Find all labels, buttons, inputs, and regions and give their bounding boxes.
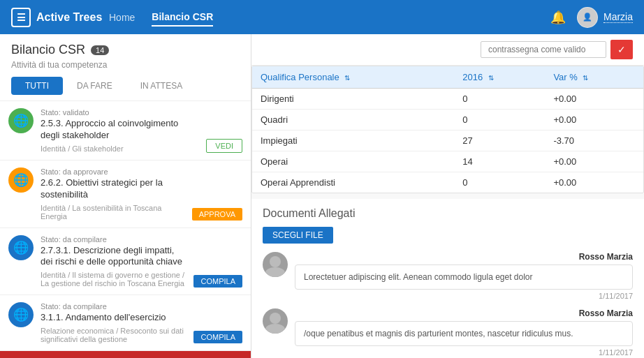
svg-point-1 <box>265 267 285 277</box>
card-action: APPROVA <box>192 208 242 221</box>
cell-2016: 27 <box>454 130 545 151</box>
cell-qualifica: Dirigenti <box>252 89 454 110</box>
card-list: 🌐 Stato: validato 2.5.3. Approccio al co… <box>0 101 251 358</box>
cell-var: +0.00 <box>545 89 643 110</box>
svg-point-3 <box>265 324 285 334</box>
svg-point-0 <box>270 256 281 267</box>
left-panel: Bilancio CSR 14 Attività di tua competen… <box>0 34 251 358</box>
card-body: Stato: validato 2.5.3. Approccio al coin… <box>41 108 199 153</box>
logo[interactable]: ☰ Active Trees <box>11 8 109 27</box>
comment-item: Rosso Marzia Lorectetuer adipiscing elit… <box>263 252 633 300</box>
card-status: Stato: da compilare <box>41 235 186 244</box>
vedi-button[interactable]: VEDI <box>206 139 242 153</box>
contrassegna-button[interactable]: ✓ <box>610 40 633 59</box>
table-row: Quadri 0 +0.00 <box>252 110 643 130</box>
card-icon-globe: 🌐 <box>8 167 34 193</box>
table-area: Qualifica Personale ⇅ 2016 ⇅ Var % ⇅ <box>251 66 644 193</box>
left-subtitle: Attività di tua competenza <box>11 60 240 70</box>
card-path: Identità / Gli stakeholder <box>41 144 199 153</box>
bell-icon[interactable]: 🔔 <box>550 10 566 25</box>
card-item-selected[interactable]: 🌐 Stato: da validare 3.1.2.1. [ECON7/C] … <box>0 351 251 358</box>
main-content: Bilancio CSR 14 Attività di tua competen… <box>0 34 644 358</box>
comment-author: Rosso Marzia <box>579 252 633 262</box>
main-nav: Home Bilancio CSR <box>109 8 550 27</box>
card-status: Stato: da approvare <box>41 167 185 176</box>
comment-content: Rosso Marzia /oque penatibus et magnis d… <box>295 308 633 357</box>
cell-2016: 0 <box>454 172 545 193</box>
table-row: Operai 14 +0.00 <box>252 151 643 172</box>
card-icon-globe: 🌐 <box>8 302 34 327</box>
avatar: 👤 <box>577 7 598 28</box>
cell-2016: 0 <box>454 110 545 130</box>
nav-home[interactable]: Home <box>109 9 135 26</box>
contrassegna-input[interactable] <box>481 41 606 58</box>
cell-var: +0.00 <box>545 151 643 172</box>
card-icon-globe: 🌐 <box>8 235 34 260</box>
cell-2016: 0 <box>454 89 545 110</box>
comment-author: Rosso Marzia <box>579 308 633 318</box>
contrassegna-row: ✓ <box>251 34 644 66</box>
tab-tutti[interactable]: TUTTI <box>11 77 63 95</box>
cell-qualifica: Operai Apprendisti <box>252 172 454 193</box>
scegli-file-button[interactable]: SCEGLI FILE <box>263 227 333 244</box>
card-path: Relazione economica / Resoconto sui dati… <box>41 327 186 343</box>
header-right: 🔔 👤 Marzia <box>550 7 633 28</box>
svg-point-2 <box>270 313 281 324</box>
cell-qualifica: Operai <box>252 151 454 172</box>
sort-icon-var[interactable]: ⇅ <box>583 74 588 82</box>
table-row: Operai Apprendisti 0 +0.00 <box>252 172 643 193</box>
compila-button[interactable]: COMPILA <box>193 275 242 288</box>
card-item[interactable]: 🌐 Stato: da approvare 2.6.2. Obiettivi s… <box>0 161 251 228</box>
cell-var: +0.00 <box>545 172 643 193</box>
left-header: Bilancio CSR 14 Attività di tua competen… <box>0 34 251 101</box>
avatar <box>263 308 288 334</box>
col-var-label: Var % <box>553 72 577 82</box>
badge-count: 14 <box>91 45 109 55</box>
col-2016-label: 2016 <box>462 72 483 82</box>
username: Marzia <box>603 11 633 23</box>
cell-var: -3.70 <box>545 130 643 151</box>
card-action: VEDI <box>206 139 242 153</box>
card-status: Stato: validato <box>41 108 199 117</box>
comment-content: Rosso Marzia Lorectetuer adipiscing elit… <box>295 252 633 300</box>
left-title-area: Bilancio CSR 14 <box>11 43 240 57</box>
qualifica-table-container: Qualifica Personale ⇅ 2016 ⇅ Var % ⇅ <box>251 66 644 193</box>
card-path: Identità / Il sistema di governo e gesti… <box>41 271 186 288</box>
card-path: Identità / La sostenibilità in Toscana E… <box>41 204 185 221</box>
table-row: Dirigenti 0 +0.00 <box>252 89 643 110</box>
tab-in-attesa[interactable]: IN ATTESA <box>126 77 196 95</box>
avatar <box>263 252 288 277</box>
card-item[interactable]: 🌐 Stato: da compilare 2.7.3.1. Descrizio… <box>0 228 251 296</box>
menu-icon: ☰ <box>17 12 26 23</box>
comment-time: 1/11/2017 <box>295 292 633 300</box>
card-body: Stato: da compilare 3.1.1. Andamento del… <box>41 302 186 343</box>
approva-button[interactable]: APPROVA <box>192 208 242 221</box>
comment-time: 1/11/2017 <box>295 348 633 357</box>
sort-icon-2016[interactable]: ⇅ <box>488 74 494 82</box>
right-panel: ✓ Qualifica Personale ⇅ 2016 ⇅ <box>251 34 644 358</box>
card-item[interactable]: 🌐 Stato: validato 2.5.3. Approccio al co… <box>0 101 251 161</box>
sort-icon-qualifica[interactable]: ⇅ <box>344 74 350 82</box>
tab-da-fare[interactable]: DA FARE <box>63 77 126 95</box>
card-body: Stato: da compilare 2.7.3.1. Descrizione… <box>41 235 186 288</box>
user-menu[interactable]: 👤 Marzia <box>577 7 633 28</box>
card-action: COMPILA <box>193 275 242 288</box>
comment-header: Rosso Marzia <box>295 308 633 318</box>
col-qualifica: Qualifica Personale ⇅ <box>252 66 454 89</box>
card-item[interactable]: 🌐 Stato: da compilare 3.1.1. Andamento d… <box>0 295 251 351</box>
cell-2016: 14 <box>454 151 545 172</box>
docs-title: Documenti Allegati <box>263 207 633 220</box>
nav-bilancio-csr[interactable]: Bilancio CSR <box>152 8 213 27</box>
card-title: 3.1.1. Andamento dell'esercizio <box>41 312 186 324</box>
card-status: Stato: da compilare <box>41 302 186 311</box>
cell-qualifica: Quadri <box>252 110 454 130</box>
col-2016: 2016 ⇅ <box>454 66 545 89</box>
card-icon-globe: 🌐 <box>8 108 34 133</box>
logo-icon: ☰ <box>11 8 31 27</box>
table-row: Impiegati 27 -3.70 <box>252 130 643 151</box>
logo-text: Active Trees <box>36 11 102 24</box>
filter-tabs: TUTTI DA FARE IN ATTESA <box>11 77 240 95</box>
card-title: 2.6.2. Obiettivi strategici per la soste… <box>41 177 185 201</box>
card-title: 2.5.3. Approccio al coinvolgimento degli… <box>41 118 199 142</box>
compila-button[interactable]: COMPILA <box>193 331 242 343</box>
